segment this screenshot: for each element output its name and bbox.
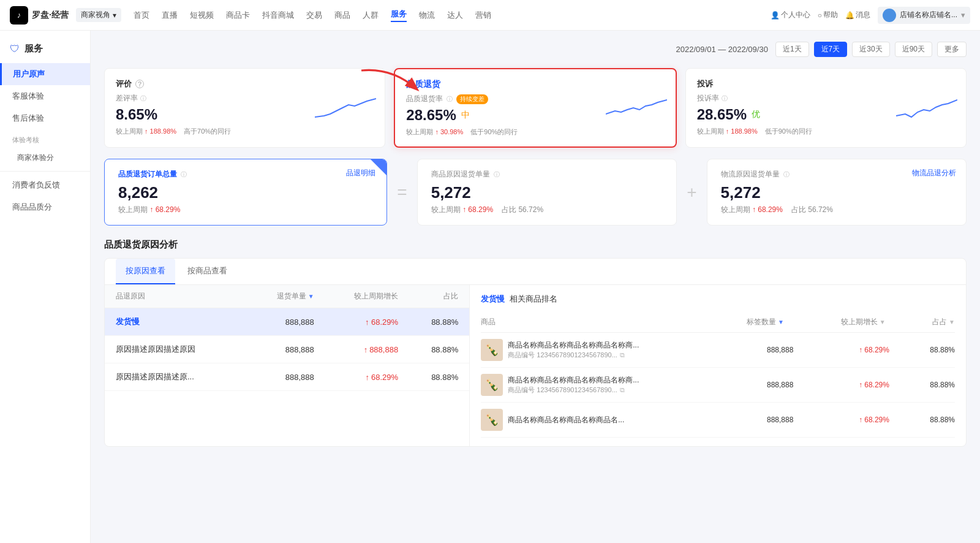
main-layout: 🛡 服务 用户原声 客服体验 售后体验 体验考核 商家体验分 消费者负反馈 商品… (0, 31, 980, 543)
tab-by-product[interactable]: 按商品查看 (178, 259, 237, 284)
goods-pct: 占比 56.72% (502, 205, 543, 215)
tab-by-reason[interactable]: 按原因查看 (116, 259, 175, 284)
nav-item-trade[interactable]: 交易 (306, 10, 322, 21)
product-name: 商品名称商品名称商品名称商品名称商... (508, 340, 643, 351)
store-name: 店铺名称店铺名... (900, 10, 957, 20)
date-btn-7day[interactable]: 近7天 (814, 42, 848, 57)
product-row[interactable]: 🍾 商品名称商品名称商品名称商品名... 888,888 ↑ 68.29% 88… (481, 403, 955, 438)
growth-val: ↑ 68.29% (314, 317, 398, 327)
copy-icon-1[interactable]: ⧉ (620, 351, 625, 359)
sort-icon-label-qty: ▼ (778, 319, 784, 325)
metric-footer-rating: 较上周期 ↑ 188.98% 高于70%的同行 (116, 127, 374, 136)
analysis-tabs: 按原因查看 按商品查看 (105, 259, 966, 285)
complaint-change: ↑ 188.98% (726, 127, 758, 135)
col-period-growth: 较上期增长 ▼ (789, 317, 886, 327)
table-row[interactable]: 发货慢 888,888 ↑ 68.29% 88.88% (105, 308, 469, 336)
date-btn-30day[interactable]: 近30天 (852, 42, 889, 57)
user-icon: 👤 (771, 11, 780, 20)
logistics-link[interactable]: 物流品退分析 (912, 168, 956, 178)
col-header-reason: 品退原因 (116, 291, 236, 302)
sidebar-item-consumer-feedback[interactable]: 消费者负反馈 (0, 174, 90, 196)
product-row[interactable]: 🍾 商品名称商品名称商品名称商品名称商... 商品编号 123456789012… (481, 368, 955, 403)
logistics-return-footer: 较上周期 ↑ 68.29% 占比 56.72% (721, 205, 952, 215)
metric-title-quality-return: 品质退货 (406, 79, 664, 90)
table-row[interactable]: 原因描述原因描述原因 888,888 ↑ 888,888 88.88% (105, 336, 469, 363)
nav-item-mall[interactable]: 抖音商城 (262, 10, 294, 21)
info-icon-rating2: ⓘ (140, 94, 146, 103)
metric-footer-qr: 较上周期 ↑ 30.98% 低于90%的同行 (406, 127, 664, 137)
nav-item-home[interactable]: 首页 (134, 10, 149, 21)
nav-item-logistics[interactable]: 物流 (419, 10, 435, 21)
table-header-row: 品退原因 退货单量 ▼ 较上周期增长 占比 (105, 285, 469, 308)
primary-card-link[interactable]: 品退明细 (346, 168, 375, 178)
logistics-pct: 占比 56.72% (791, 205, 833, 215)
help-btn[interactable]: ○ 帮助 (818, 10, 838, 20)
product-qty-2: 888,888 (703, 381, 794, 389)
nav-item-product-card[interactable]: 商品卡 (226, 10, 250, 21)
reason-label: 原因描述原因描述原因 (116, 344, 236, 355)
nav-item-live[interactable]: 直播 (162, 10, 178, 21)
continuing-worse-tag: 持续变差 (456, 94, 488, 104)
table-row[interactable]: 原因描述原因描述原... 888,888 ↑ 68.29% 88.88% (105, 363, 469, 391)
copy-icon-2[interactable]: ⧉ (620, 386, 625, 394)
col-product: 商品 (481, 317, 682, 327)
analysis-section-title: 品质退货原因分析 (104, 239, 967, 251)
sort-icon-pct: ▼ (949, 319, 955, 325)
store-selector[interactable]: 店铺名称店铺名... ▾ (878, 7, 970, 24)
metric-title-complaint: 投诉 (697, 78, 955, 89)
right-panel-title: 发货慢 相关商品排名 (481, 294, 955, 305)
goods-return-footer: 较上周期 ↑ 68.29% 占比 56.72% (431, 205, 663, 215)
growth-val: ↑ 888,888 (314, 345, 398, 354)
merchant-view-selector[interactable]: 商家视角 ▾ (76, 8, 121, 22)
help-icon: ○ (818, 11, 822, 20)
product-name: 商品名称商品名称商品名称商品名... (508, 415, 643, 425)
sidebar-item-customer-service[interactable]: 客服体验 (0, 85, 90, 107)
metric-card-complaint: 投诉 投诉率 ⓘ 28.65% 优 较上周期 ↑ 188.98% 低于90%的同… (685, 68, 967, 148)
date-btn-1day[interactable]: 近1天 (775, 42, 809, 57)
goods-return-label: 商品原因退货单量 ⓘ (431, 169, 663, 180)
analysis-container: 按原因查看 按商品查看 品退原因 退货单量 ▼ 较上周期增长 占比 (104, 258, 967, 447)
active-reason-label: 发货慢 (481, 294, 505, 305)
info-icon-goods: ⓘ (494, 170, 500, 179)
nav-item-video[interactable]: 短视频 (190, 10, 214, 21)
metric-card-rating: 评价 ? 差评率 ⓘ 8.65% 较上周期 ↑ 188.98% 高于70%的同行 (104, 68, 385, 148)
product-growth-1: ↑ 68.29% (798, 346, 889, 354)
date-filter-bar: 2022/09/01 — 2022/09/30 近1天 近7天 近30天 近90… (104, 42, 967, 57)
sidebar-item-user-voice[interactable]: 用户原声 (0, 63, 90, 85)
date-btn-more[interactable]: 更多 (937, 42, 967, 57)
equals-sign: = (394, 183, 409, 202)
logistics-change: ↑ 68.29% (752, 205, 783, 214)
info-icon-primary: ⓘ (181, 170, 187, 179)
sidebar-item-after-sale[interactable]: 售后体验 (0, 107, 90, 129)
experience-assessment-section: 体验考核 (0, 129, 90, 147)
goods-change: ↑ 68.29% (462, 205, 493, 214)
product-qty-1: 888,888 (703, 346, 794, 354)
sort-icon-qty: ▼ (308, 293, 314, 300)
nav-item-marketing[interactable]: 营销 (475, 10, 491, 21)
user-center-btn[interactable]: 👤 个人中心 (771, 10, 810, 20)
message-btn[interactable]: 🔔 消息 (845, 10, 870, 20)
sidebar-item-merchant-score[interactable]: 商家体验分 (0, 147, 90, 169)
nav-item-goods[interactable]: 商品 (334, 10, 350, 21)
sparkline-quality-return (606, 93, 667, 123)
summary-card-primary: 品质退货订单总量 ⓘ 品退明细 8,262 较上周期 ↑ 68.29% (104, 159, 387, 226)
pct-val: 88.88% (398, 345, 458, 354)
nav-item-service[interactable]: 服务 (391, 9, 407, 22)
nav-item-kol[interactable]: 达人 (447, 10, 463, 21)
sidebar-header: 🛡 服务 (0, 38, 90, 63)
sidebar-item-product-quality[interactable]: 商品品质分 (0, 196, 90, 218)
shield-icon: 🛡 (10, 44, 20, 55)
product-row[interactable]: 🍾 商品名称商品名称商品名称商品名称商... 商品编号 123456789012… (481, 333, 955, 368)
metric-title-rating: 评价 ? (116, 78, 374, 89)
date-range-display: 2022/09/01 — 2022/09/30 (676, 45, 768, 54)
product-info: 商品名称商品名称商品名称商品名称商... 商品编号 12345678901234… (508, 375, 698, 395)
pct-val: 88.88% (398, 373, 458, 382)
col-label-qty: 标签数量 ▼ (687, 317, 784, 327)
nav-item-crowd[interactable]: 人群 (363, 10, 379, 21)
date-btn-90day[interactable]: 近90天 (895, 42, 932, 57)
product-id-row: 商品编号 12345678901234567890... ⧉ (508, 385, 698, 395)
logo-area: ♪ 罗盘·经营 (10, 6, 69, 25)
rating-change: ↑ 188.98% (145, 127, 176, 135)
sort-icon-growth: ▼ (880, 319, 886, 325)
main-content: 2022/09/01 — 2022/09/30 近1天 近7天 近30天 近90… (91, 31, 980, 543)
